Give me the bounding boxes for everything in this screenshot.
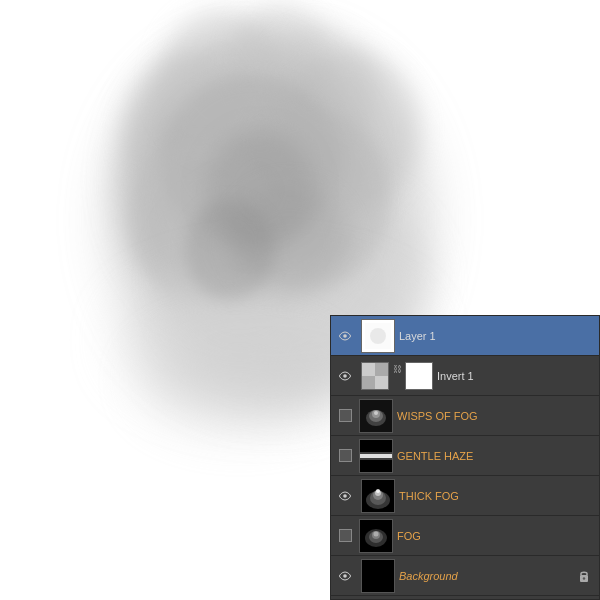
svg-point-28 [374, 411, 378, 415]
visibility-icon-invert1[interactable] [335, 366, 355, 386]
visibility-checkbox-haze[interactable] [335, 446, 355, 466]
visibility-icon-background[interactable] [335, 566, 355, 586]
svg-rect-23 [375, 376, 388, 389]
svg-point-19 [370, 328, 386, 344]
svg-point-15 [185, 200, 275, 300]
svg-point-32 [343, 494, 347, 498]
layer-label-background: Background [399, 570, 577, 582]
layer-label-fog: FOG [397, 530, 595, 542]
svg-rect-22 [362, 363, 375, 376]
lock-icon-background [577, 569, 591, 583]
layer-label-invert1: Invert 1 [437, 370, 595, 382]
thumbnail-fog [359, 519, 393, 553]
layer-row-thick[interactable]: THICK FOG [331, 476, 599, 516]
chain-icon-invert1: ⛓ [391, 362, 403, 376]
layer-row-invert1[interactable]: ⛓ Invert 1 [331, 356, 599, 396]
layer-label-haze: GENTLE HAZE [397, 450, 595, 462]
svg-point-38 [376, 489, 380, 493]
visibility-icon-layer1[interactable] [335, 326, 355, 346]
svg-point-43 [374, 531, 379, 536]
svg-point-44 [343, 574, 347, 578]
layer-label-layer1: Layer 1 [399, 330, 595, 342]
thumbnail-wisps [359, 399, 393, 433]
svg-point-46 [583, 577, 585, 579]
layer-label-wisps: WISPS OF FOG [397, 410, 595, 422]
thumbnail-layer1 [361, 319, 395, 353]
thumbnail-haze [359, 439, 393, 473]
thumbnail-pair-invert1: ⛓ [361, 362, 433, 390]
svg-point-12 [140, 330, 340, 430]
layer-row-wisps[interactable]: WISPS OF FOG [331, 396, 599, 436]
visibility-icon-thick[interactable] [335, 486, 355, 506]
layer-row-layer1[interactable]: Layer 1 [331, 316, 599, 356]
thumbnail-invert1-main [361, 362, 389, 390]
layers-panel: Layer 1 ⛓ Invert 1 [330, 315, 600, 600]
thumbnail-invert1-mask [405, 362, 433, 390]
layer-row-fog[interactable]: FOG [331, 516, 599, 556]
thumbnail-background [361, 559, 395, 593]
svg-point-16 [343, 334, 347, 338]
svg-rect-31 [360, 452, 392, 460]
visibility-checkbox-wisps[interactable] [335, 406, 355, 426]
layer-row-haze[interactable]: GENTLE HAZE [331, 436, 599, 476]
thumbnail-thick [361, 479, 395, 513]
layer-label-thick: THICK FOG [399, 490, 595, 502]
visibility-checkbox-fog[interactable] [335, 526, 355, 546]
layer-row-background[interactable]: Background [331, 556, 599, 596]
svg-point-20 [343, 374, 347, 378]
